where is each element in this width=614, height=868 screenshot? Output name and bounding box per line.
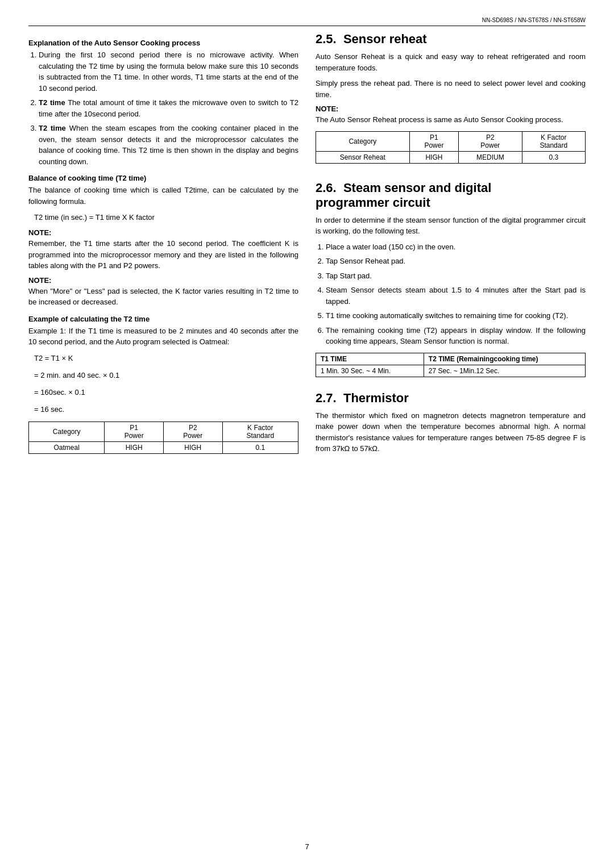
step-5: T1 time cooking automatically switches t… <box>326 310 586 322</box>
section26-heading: 2.6. Steam sensor and digitalprogrammer … <box>316 181 586 210</box>
item2-text: The total amount of time it takes the mi… <box>39 98 298 118</box>
section25-title: Sensor reheat <box>343 32 427 46</box>
sr-cell-p2: MEDIUM <box>459 151 522 163</box>
table-header-p2: P2Power <box>163 422 222 441</box>
section27: 2.7. Thermistor The thermistor which fix… <box>316 391 586 454</box>
table-header-kfactor: K FactorStandard <box>222 422 298 441</box>
section25-note-text: The Auto Sensor Reheat process is same a… <box>316 114 586 126</box>
list-item: During the first 10 second period there … <box>39 49 298 94</box>
formula-line-2: = 2 min. and 40 sec. × 0.1 <box>34 369 298 382</box>
section25-heading: 2.5. Sensor reheat <box>316 32 586 47</box>
note1-text: Remember, the T1 time starts after the 1… <box>28 238 298 272</box>
sr-header-p2: P2Power <box>459 131 522 151</box>
right-column: 2.5. Sensor reheat Auto Sensor Reheat is… <box>316 32 586 460</box>
balance-title: Balance of cooking time (T2 time) <box>28 174 298 182</box>
section26: 2.6. Steam sensor and digitalprogrammer … <box>316 181 586 377</box>
item3-text: When the steam escapes from the cooking … <box>39 124 298 166</box>
sr-cell-k: 0.3 <box>522 151 585 163</box>
header-bar: NN-SD698S / NN-ST678S / NN-ST658W <box>28 17 586 26</box>
step-4: Steam Sensor detects steam about 1.5 to … <box>326 285 586 307</box>
sr-cell-category: Sensor Reheat <box>316 151 410 163</box>
table-header-category: Category <box>29 422 105 441</box>
section27-number: 2.7. <box>316 391 337 405</box>
section26-number: 2.6. <box>316 181 337 195</box>
section25-para2: Simply press the reheat pad. There is no… <box>316 78 586 100</box>
table-cell-k: 0.1 <box>222 441 298 453</box>
steam-sensor-steps: Place a water load (150 cc) in the oven.… <box>326 241 586 347</box>
page-number: 7 <box>28 842 586 851</box>
section27-text: The thermistor which fixed on magnetron … <box>316 410 586 454</box>
auto-sensor-list: During the first 10 second period there … <box>39 49 298 167</box>
formula-line-3: = 160sec. × 0.1 <box>34 386 298 399</box>
section27-title: Thermistor <box>343 391 409 405</box>
section25-para1: Auto Sensor Reheat is a quick and easy w… <box>316 51 586 73</box>
list-item: T2 time When the steam escapes from the … <box>39 123 298 167</box>
item1-text: During the first 10 second period there … <box>39 51 298 93</box>
table-cell-p1: HIGH <box>105 441 164 453</box>
t1-header: T1 TIME <box>316 353 424 365</box>
left-column: Explanation of the Auto Sensor Cooking p… <box>28 32 298 460</box>
formula-line-1: T2 = T1 × K <box>34 352 298 365</box>
oatmeal-table: Category P1Power P2Power K FactorStandar… <box>28 422 298 454</box>
model-text: NN-SD698S / NN-ST678S / NN-ST658W <box>482 17 586 23</box>
auto-sensor-title: Explanation of the Auto Sensor Cooking p… <box>28 39 298 47</box>
note2-label: NOTE: <box>28 276 298 285</box>
sensor-reheat-table: Category P1Power P2Power K FactorStandar… <box>316 131 586 164</box>
table-cell-category: Oatmeal <box>29 441 105 453</box>
balance-text: The balance of cooking time which is cal… <box>28 185 298 207</box>
sr-header-kfactor: K FactorStandard <box>522 131 585 151</box>
t2-header: T2 TIME (Remainingcooking time) <box>424 353 585 365</box>
t2-value: 27 Sec. ~ 1Min.12 Sec. <box>424 365 585 377</box>
t1-value: 1 Min. 30 Sec. ~ 4 Min. <box>316 365 424 377</box>
formula-line-4: = 16 sec. <box>34 403 298 416</box>
item2-bold: T2 time <box>39 98 65 107</box>
section25-note-label: NOTE: <box>316 105 586 113</box>
formula-block: T2 = T1 × K = 2 min. and 40 sec. × 0.1 =… <box>28 352 298 416</box>
table-header-p1: P1Power <box>105 422 164 441</box>
section27-heading: 2.7. Thermistor <box>316 391 586 406</box>
section26-title: Steam sensor and digitalprogrammer circu… <box>316 181 491 210</box>
item3-bold: T2 time <box>39 124 66 132</box>
sr-header-category: Category <box>316 131 410 151</box>
step-2: Tap Sensor Reheat pad. <box>326 256 586 267</box>
note2-text: When "More" or "Less" pad is selected, t… <box>28 286 298 308</box>
section25-number: 2.5. <box>316 32 337 46</box>
t1t2-table: T1 TIME T2 TIME (Remainingcooking time) … <box>316 353 586 377</box>
page: NN-SD698S / NN-ST678S / NN-ST658W Explan… <box>0 0 614 868</box>
sr-cell-p1: HIGH <box>409 151 459 163</box>
two-column-layout: Explanation of the Auto Sensor Cooking p… <box>28 32 586 460</box>
table-cell-p2: HIGH <box>163 441 222 453</box>
formula-text: T2 time (in sec.) = T1 time X K factor <box>34 211 298 224</box>
step-3: Tap Start pad. <box>326 270 586 282</box>
sr-header-p1: P1Power <box>409 131 459 151</box>
step-1: Place a water load (150 cc) in the oven. <box>326 241 586 253</box>
list-item: T2 time The total amount of time it take… <box>39 97 298 119</box>
section26-intro: In order to determine if the steam senso… <box>316 215 586 237</box>
example-text: Example 1: If the T1 time is measured to… <box>28 326 298 348</box>
step-6: The remaining cooking time (T2) appears … <box>326 325 586 347</box>
example-title: Example of calculating the T2 time <box>28 315 298 323</box>
note1-label: NOTE: <box>28 228 298 237</box>
